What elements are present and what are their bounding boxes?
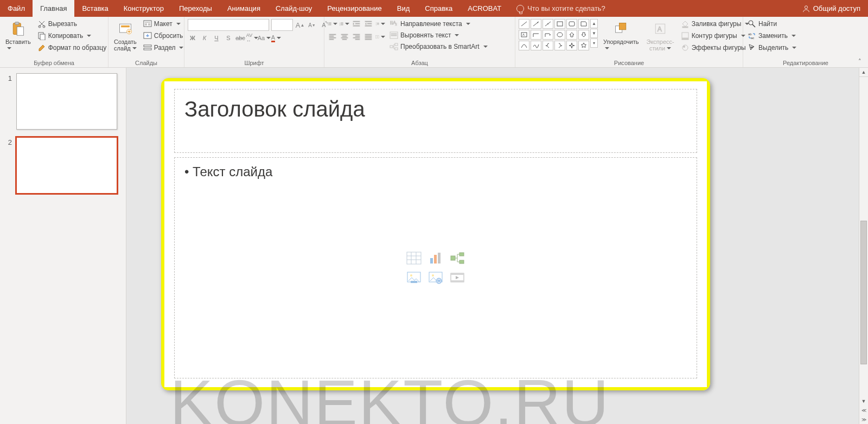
scroll-track[interactable]	[859, 77, 868, 396]
font-size-combo[interactable]	[271, 19, 293, 31]
shadow-button[interactable]: S	[224, 33, 233, 43]
shape-curve[interactable]	[519, 41, 529, 50]
slide-thumbnail-1[interactable]	[16, 73, 117, 130]
align-text-button[interactable]: Выровнять текст	[388, 30, 489, 40]
tab-help[interactable]: Справка	[417, 0, 460, 17]
shape-arrow-down[interactable]	[578, 30, 589, 40]
bold-button[interactable]: Ж	[188, 33, 197, 43]
layout-button[interactable]: Макет	[142, 19, 185, 29]
insert-table-icon[interactable]	[405, 250, 423, 266]
columns-button[interactable]	[375, 32, 385, 42]
shapes-gallery[interactable]: A	[519, 19, 589, 50]
grow-font-button[interactable]: A▲	[295, 20, 305, 30]
scroll-thumb[interactable]	[860, 221, 867, 364]
font-color-button[interactable]: A	[271, 33, 281, 43]
slide-thumbnail-2[interactable]	[16, 137, 117, 194]
shape-freeform[interactable]	[531, 41, 541, 50]
quick-styles-button[interactable]: A Экспресс-стили	[644, 19, 676, 53]
shape-connector[interactable]	[542, 19, 553, 29]
cut-button[interactable]: Вырезать	[36, 19, 108, 29]
title-placeholder[interactable]: Заголовок слайда	[174, 89, 697, 153]
text-direction-button[interactable]: IIA Направление текста	[388, 19, 489, 29]
format-painter-button[interactable]: Формат по образцу	[36, 43, 108, 53]
insert-online-picture-icon[interactable]	[426, 269, 445, 286]
collapse-ribbon-button[interactable]: ˄	[858, 58, 866, 66]
tab-acrobat[interactable]: ACROBAT	[460, 0, 509, 17]
shape-arrow-up[interactable]	[566, 30, 577, 40]
italic-button[interactable]: К	[200, 33, 209, 43]
insert-chart-icon[interactable]	[426, 250, 445, 266]
gallery-more[interactable]: ▾	[590, 38, 598, 48]
gallery-down[interactable]: ▼	[590, 29, 598, 38]
underline-button[interactable]: Ч	[212, 33, 221, 43]
insert-smartart-icon[interactable]	[448, 250, 467, 266]
share-button[interactable]: Общий доступ	[795, 0, 868, 17]
content-placeholder[interactable]: Текст слайда	[174, 157, 697, 378]
change-case-button[interactable]: Aa	[259, 33, 269, 43]
shape-star4[interactable]	[566, 41, 577, 50]
scroll-down-button[interactable]: ▼	[859, 396, 868, 406]
decrease-indent-button[interactable]	[352, 19, 361, 29]
align-right-button[interactable]	[352, 32, 361, 42]
shape-l-elbow[interactable]	[531, 30, 541, 40]
copy-button[interactable]: Копировать	[36, 31, 108, 41]
svg-rect-44	[342, 36, 347, 37]
numbering-button[interactable]: 123	[340, 19, 349, 29]
select-button[interactable]: Выделить	[746, 43, 797, 53]
char-spacing-button[interactable]: AV↔	[247, 33, 257, 43]
tab-insert[interactable]: Вставка	[74, 0, 116, 17]
tab-animation[interactable]: Анимация	[220, 0, 268, 17]
gallery-up[interactable]: ▲	[590, 19, 598, 28]
next-slide-button[interactable]: ≫	[859, 415, 868, 424]
tab-view[interactable]: Вид	[390, 0, 418, 17]
tab-slideshow[interactable]: Слайд-шоу	[268, 0, 320, 17]
new-slide-button[interactable]: Создать слайд	[112, 19, 139, 53]
increase-indent-button[interactable]	[363, 19, 373, 29]
shape-round-rect[interactable]	[566, 19, 577, 29]
tab-design[interactable]: Конструктор	[116, 0, 171, 17]
outline-icon	[681, 31, 690, 40]
shape-brace-l[interactable]	[542, 41, 553, 50]
replace-button[interactable]: abac Заменить	[746, 31, 797, 41]
shape-textbox[interactable]: A	[519, 30, 529, 40]
tell-me-search[interactable]: Что вы хотите сделать?	[516, 0, 605, 17]
justify-button[interactable]	[363, 32, 373, 42]
insert-picture-icon[interactable]	[405, 269, 423, 286]
tab-home[interactable]: Главная	[33, 0, 74, 17]
find-button[interactable]: Найти	[746, 19, 778, 29]
paste-button[interactable]: Вставить	[3, 19, 33, 53]
shape-rect[interactable]	[554, 19, 565, 29]
prev-slide-button[interactable]: ≪	[859, 406, 868, 415]
brush-icon	[37, 43, 46, 52]
section-button[interactable]: Раздел	[142, 43, 185, 53]
shape-snip-rect[interactable]	[578, 19, 589, 29]
align-left-button[interactable]	[328, 32, 337, 42]
insert-video-icon[interactable]	[448, 269, 467, 286]
slide[interactable]: Заголовок слайда Текст слайда	[164, 81, 707, 387]
shape-oval[interactable]	[554, 30, 565, 40]
slide-canvas-area[interactable]: Заголовок слайда Текст слайда KONEKTO.RU	[126, 68, 868, 424]
reset-button[interactable]: Сбросить	[142, 31, 185, 41]
tab-file[interactable]: Файл	[0, 0, 33, 17]
line-spacing-button[interactable]	[375, 19, 385, 29]
shape-brace-r[interactable]	[554, 41, 565, 50]
shape-line[interactable]	[519, 19, 529, 29]
reset-label: Сбросить	[154, 32, 183, 40]
shape-line-arrow[interactable]	[531, 19, 541, 29]
align-center-button[interactable]	[340, 32, 349, 42]
font-family-combo[interactable]	[188, 19, 269, 31]
smartart-button[interactable]: Преобразовать в SmartArt	[388, 42, 489, 52]
title-placeholder-text: Заголовок слайда	[184, 97, 687, 121]
svg-rect-51	[365, 34, 372, 35]
tab-transitions[interactable]: Переходы	[171, 0, 220, 17]
shrink-font-button[interactable]: A▼	[307, 20, 317, 30]
shape-l-arrow[interactable]	[542, 30, 553, 40]
bullets-button[interactable]	[328, 19, 337, 29]
arrange-button[interactable]: Упорядочить	[601, 19, 641, 53]
tab-review[interactable]: Рецензирование	[320, 0, 389, 17]
strike-button[interactable]: abc	[235, 33, 245, 43]
shape-star5[interactable]	[578, 41, 589, 50]
svg-rect-13	[145, 23, 147, 25]
scroll-up-button[interactable]: ▲	[859, 68, 868, 77]
vertical-scrollbar[interactable]: ▲ ▼ ≪ ≫	[859, 68, 868, 424]
